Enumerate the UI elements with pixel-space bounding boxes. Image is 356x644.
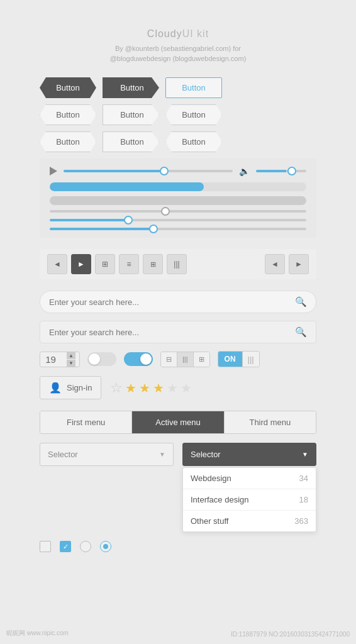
seg-btn-2[interactable]: ||| [177, 352, 194, 367]
star-2[interactable]: ★ [139, 380, 150, 396]
search-icon-1[interactable]: 🔍 [295, 296, 307, 308]
radio-checked[interactable] [100, 541, 111, 552]
number-arrows: ▲ ▼ [67, 352, 75, 367]
stars-row: ☆ ★ ★ ★ ★ ★ [110, 380, 192, 396]
button-light-arrow-2[interactable]: Button [103, 131, 159, 152]
slider-3[interactable] [50, 228, 306, 230]
watermark-right: ID:11887979 NO:20160303135424771000 [231, 631, 350, 638]
star-3[interactable]: ★ [153, 380, 164, 396]
audio-slider-row: 🔈 [50, 166, 306, 176]
mc-forward[interactable]: ► [289, 254, 309, 274]
credit-line1: By @kounterb (sebastiengabriel.com) for [110, 45, 247, 52]
slider-2[interactable] [50, 219, 306, 221]
dropdown-count-1: 34 [299, 474, 308, 483]
seg-btn-3[interactable]: ⊞ [194, 352, 209, 367]
bars-segment: ||| [242, 352, 259, 367]
slider-row-1 [50, 210, 306, 213]
radio-dot [103, 544, 108, 549]
selector-right-label: Selector [191, 450, 221, 459]
slider-1[interactable] [50, 210, 306, 213]
progress-bar-gray [50, 196, 306, 205]
checkbox-checked[interactable]: ✓ [60, 541, 71, 552]
menu-tab-active[interactable]: Active menu [132, 411, 224, 433]
menu-tab-third[interactable]: Third menu [225, 411, 316, 433]
search-bar-1: 🔍 [40, 291, 316, 313]
button-dark-1[interactable]: Button [40, 77, 96, 98]
star-5[interactable]: ★ [181, 380, 192, 396]
dropdown-count-3: 363 [294, 516, 308, 526]
star-4[interactable]: ★ [167, 380, 178, 396]
number-input[interactable]: 19 [44, 354, 67, 365]
search-input-1[interactable] [49, 297, 295, 307]
progress-fill-blue [50, 182, 204, 191]
search-bar-2: 🔍 [40, 321, 316, 343]
selector-right-arrow: ▼ [302, 451, 308, 458]
app-title-sub: UI kit [182, 28, 209, 39]
volume-slider[interactable] [256, 170, 306, 172]
app-title: CloudyUI kit [110, 19, 247, 42]
dropdown-item-2[interactable]: Interface design 18 [183, 489, 316, 511]
dropdown-count-2: 18 [299, 495, 308, 504]
button-light-4[interactable]: Button [165, 131, 222, 152]
button-dark-arrow-1[interactable]: Button [103, 77, 159, 98]
controls-row: 19 ▲ ▼ ⊟ ||| ⊞ ON ||| [40, 351, 316, 367]
play-icon [50, 167, 57, 175]
signin-label: Sign-in [67, 383, 92, 392]
menu-tab-first[interactable]: First menu [40, 411, 132, 433]
slider-row-3 [50, 228, 306, 230]
dropdown-label-1: Webdesign [191, 474, 231, 483]
selector-right[interactable]: Selector ▼ [182, 443, 316, 466]
on-button[interactable]: ON [218, 352, 242, 367]
seg-btn-1[interactable]: ⊟ [161, 352, 177, 367]
dropdown-label-2: Interface design [191, 495, 249, 504]
mc-bars[interactable]: ||| [167, 254, 187, 274]
button-light-1[interactable]: Button [40, 104, 96, 125]
selector-left[interactable]: Selector ▼ [40, 443, 174, 466]
button-light-2[interactable]: Button [165, 104, 222, 125]
num-arrow-down[interactable]: ▼ [67, 360, 75, 367]
progress-fill-gray [50, 196, 306, 205]
check-row: ✓ [40, 541, 316, 552]
selector-right-wrap: Selector ▼ Webdesign 34 Interface design… [182, 443, 316, 532]
dropdown-item-3[interactable]: Other stuff 363 [183, 511, 316, 531]
mc-prev[interactable]: ◄ [47, 254, 67, 274]
selector-left-arrow: ▼ [159, 451, 165, 458]
mc-play[interactable]: ► [71, 254, 91, 274]
dropdown-item-1[interactable]: Webdesign 34 [183, 468, 316, 489]
selectors-row: Selector ▼ Selector ▼ Webdesign 34 Inter… [40, 443, 316, 532]
signin-button[interactable]: 👤 Sign-in [40, 376, 101, 399]
audio-progress-slider[interactable] [64, 170, 233, 172]
button-blue-1[interactable]: Button [165, 77, 222, 98]
menu-tabs: First menu Active menu Third menu [40, 411, 316, 434]
num-arrow-up[interactable]: ▲ [67, 352, 75, 359]
search-input-2[interactable] [49, 328, 295, 337]
credit-line2: @blogduwebdesign (blogduwebdesign.com) [110, 55, 247, 62]
selector-left-wrap: Selector ▼ [40, 443, 174, 466]
mc-grid[interactable]: ⊞ [95, 254, 115, 274]
toggle-on[interactable] [124, 352, 153, 366]
mc-back[interactable]: ◄ [265, 254, 285, 274]
button-row-3: Button Button Button [40, 131, 316, 152]
slider-section: 🔈 [40, 158, 316, 238]
number-input-wrap: 19 ▲ ▼ [40, 352, 80, 367]
media-controls: ◄ ► ⊞ ≡ ⊞ ||| ◄ ► [40, 249, 316, 279]
mc-columns[interactable]: ⊞ [143, 254, 163, 274]
star-0[interactable]: ☆ [110, 380, 123, 396]
dropdown-menu: Webdesign 34 Interface design 18 Other s… [182, 467, 316, 532]
button-row-2: Button Button Button [40, 104, 316, 125]
selector-left-label: Selector [48, 450, 78, 459]
star-1[interactable]: ★ [125, 380, 136, 396]
button-row-1: Button Button Button [40, 77, 316, 98]
volume-icon: 🔈 [239, 166, 250, 176]
mc-list[interactable]: ≡ [119, 254, 139, 274]
button-light-arrow-1[interactable]: Button [103, 104, 159, 125]
progress-bar-blue [50, 182, 306, 191]
radio-unchecked[interactable] [80, 541, 91, 552]
toggle-thumb-off [89, 353, 100, 365]
checkbox-unchecked[interactable] [40, 541, 51, 552]
segmented-control-1: ⊟ ||| ⊞ [160, 352, 210, 367]
toggle-off[interactable] [87, 352, 116, 366]
search-icon-2[interactable]: 🔍 [295, 326, 307, 338]
button-light-3[interactable]: Button [40, 131, 96, 152]
title-area: CloudyUI kit By @kounterb (sebastiengabr… [110, 19, 247, 62]
